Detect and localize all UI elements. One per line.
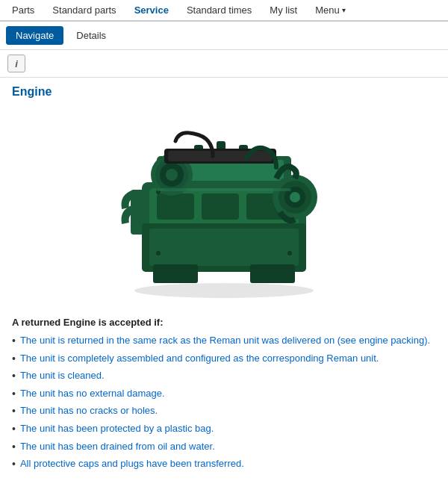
engine-image-container <box>12 108 436 302</box>
bullet-item: The unit has no cracks or holes. <box>12 404 436 419</box>
svg-rect-19 <box>153 264 198 283</box>
nav-item-service[interactable]: Service <box>125 0 178 20</box>
sub-tabs: Navigate Details <box>0 22 448 50</box>
bullet-item: The unit is cleaned. <box>12 369 436 384</box>
menu-chevron-down-icon: ▾ <box>342 6 346 14</box>
bullet-item: The unit has been protected by a plastic… <box>12 422 436 437</box>
svg-point-11 <box>166 169 178 181</box>
menu-label: Menu <box>315 4 340 16</box>
svg-rect-25 <box>168 151 273 161</box>
info-icon: i <box>15 58 18 69</box>
nav-item-parts[interactable]: Parts <box>3 0 43 20</box>
section-title: Engine <box>12 85 436 99</box>
bullet-item: All protective caps and plugs have been … <box>12 457 436 472</box>
svg-point-29 <box>287 251 292 255</box>
svg-rect-4 <box>202 193 239 220</box>
svg-rect-20 <box>250 264 295 283</box>
nav-item-standard-times[interactable]: Standard times <box>178 0 261 20</box>
svg-rect-3 <box>157 193 194 220</box>
bullet-item: The unit is returned in the same rack as… <box>12 334 436 349</box>
description-title: A returned Engine is accepted if: <box>12 317 436 328</box>
top-nav: Parts Standard parts Service Standard ti… <box>0 0 448 22</box>
svg-rect-18 <box>149 229 299 266</box>
info-bar: i <box>0 50 448 78</box>
tab-details[interactable]: Details <box>66 26 116 45</box>
tab-navigate[interactable]: Navigate <box>6 26 63 45</box>
nav-item-my-list[interactable]: My list <box>261 0 306 20</box>
bullet-list: The unit is returned in the same rack as… <box>12 334 436 472</box>
bullet-item: The unit has no external damage. <box>12 387 436 402</box>
svg-rect-30 <box>157 188 291 191</box>
info-button[interactable]: i <box>7 55 25 72</box>
svg-point-28 <box>156 251 161 255</box>
main-content: Engine <box>0 78 448 481</box>
nav-item-standard-parts[interactable]: Standard parts <box>43 0 125 20</box>
svg-point-0 <box>134 283 314 298</box>
engine-image <box>97 108 351 302</box>
bullet-item: The unit has been drained from oil and w… <box>12 440 436 455</box>
description-section: A returned Engine is accepted if: The un… <box>12 317 436 472</box>
nav-item-menu[interactable]: Menu ▾ <box>306 0 355 20</box>
bullet-item: The unit is completely assembled and con… <box>12 352 436 367</box>
